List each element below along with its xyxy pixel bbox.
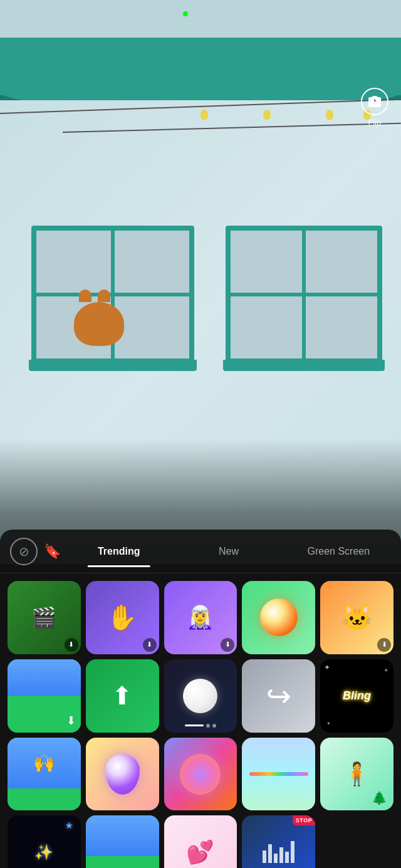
light-bulb-1 (200, 110, 208, 120)
download-badge: ⬇ (65, 638, 78, 652)
hand-icon: ✋ (107, 603, 138, 632)
stop-banner: STOP (293, 815, 315, 825)
effect-fantasy-character[interactable]: 🧝‍♀️ ⬇ (164, 581, 237, 654)
effect-upload-video[interactable]: ⬆ (86, 659, 159, 733)
light-bulb-2 (263, 110, 271, 120)
gradient-orb (180, 754, 221, 795)
gesture-hand-icon: 🙌 (33, 753, 55, 773)
effects-tabs-row: ⊘ 🔖 Trending New Green Screen (0, 530, 401, 573)
effect-rainbow-slider[interactable] (242, 738, 315, 811)
window-sill (29, 360, 197, 371)
cat-silhouette (74, 302, 124, 346)
globe-orb (260, 599, 298, 636)
egg-orb (105, 754, 140, 795)
tab-trending[interactable]: Trending (66, 541, 171, 562)
arrow-icon: ↩ (266, 678, 291, 713)
no-filter-button[interactable]: ⊘ (10, 538, 38, 565)
tab-new[interactable]: New (176, 541, 281, 562)
flip-camera-button[interactable]: Flip (361, 88, 388, 127)
effect-gesture-landscape[interactable]: 🙌 (8, 738, 81, 811)
hiker-icon: 🧍 (343, 761, 371, 787)
sparkle-icon: ✨ (34, 844, 53, 861)
bling-star-2: ✦ (383, 667, 388, 674)
character-icon: 🧝‍♀️ (186, 604, 214, 630)
bling-label: Bling (343, 689, 371, 703)
rainbow-bar (249, 772, 308, 776)
effect-slideshow[interactable]: 🎬 ⬇ (8, 581, 81, 654)
bling-star-1: ✦ (324, 663, 330, 672)
stop-bars (263, 841, 294, 863)
upload-icon: ⬆ (112, 681, 133, 710)
effects-grid: 🎬 ⬇ ✋ ⬇ 🧝‍♀️ ⬇ 🐱 ⬇ (0, 573, 401, 868)
bling-star-3: ✦ (326, 721, 331, 726)
flip-camera-label: Flip (361, 118, 388, 127)
effects-panel: ⊘ 🔖 Trending New Green Screen 🎬 ⬇ ✋ ⬇ (0, 530, 401, 868)
window-right (226, 226, 382, 363)
landscape-download-icon: ⬇ (66, 714, 76, 728)
effect-photo-download[interactable] (86, 815, 159, 868)
tab-green-screen[interactable]: Green Screen (286, 541, 391, 562)
effect-bubble-globe[interactable] (242, 581, 315, 654)
download-badge: ⬇ (143, 638, 157, 652)
effect-color-gradient[interactable] (164, 738, 237, 811)
bookmark-icon: 🔖 (44, 543, 61, 560)
effect-sparkle-stars[interactable]: ✨ ★ ★ (8, 815, 81, 868)
effect-hiker[interactable]: 🧍 🌲 (320, 738, 393, 811)
effect-hand-gesture[interactable]: ✋ ⬇ (86, 581, 159, 654)
status-indicator (183, 11, 188, 16)
tree-icon: 🌲 (372, 790, 387, 805)
effect-cat-face[interactable]: 🐱 ⬇ (320, 581, 393, 654)
flip-camera-icon (361, 88, 388, 115)
landscape-inner: ⬇ (8, 659, 81, 733)
photo-dl-inner (86, 815, 159, 868)
effect-stop-motion[interactable]: STOP (242, 815, 315, 868)
effect-bling[interactable]: Bling ✦ ✦ ✦ (320, 659, 393, 733)
slideshow-icon: 🎬 (31, 605, 56, 629)
effect-flip-arrow[interactable]: ↩ (242, 659, 315, 733)
download-badge: ⬇ (377, 638, 391, 652)
effect-landscape[interactable]: ⬇ (8, 659, 81, 733)
orb-slider (164, 724, 237, 728)
window-left (31, 226, 194, 363)
window-sill-right (223, 360, 385, 371)
effect-egg[interactable] (86, 738, 159, 811)
effect-hearts[interactable]: 💕 (164, 815, 237, 868)
star-icon-1: ★ (65, 820, 73, 830)
camera-viewfinder: Flip (0, 0, 401, 564)
window-divider-vertical-right (302, 231, 306, 358)
white-orb (183, 679, 217, 713)
gesture-landscape-inner: 🙌 (8, 738, 81, 811)
effect-orb[interactable] (164, 659, 237, 733)
hearts-icon: 💕 (186, 839, 214, 865)
saved-effects-button[interactable]: 🔖 (43, 539, 61, 564)
cat-icon: 🐱 (341, 603, 373, 632)
light-bulb-3 (326, 110, 333, 120)
no-filter-icon: ⊘ (19, 544, 29, 559)
